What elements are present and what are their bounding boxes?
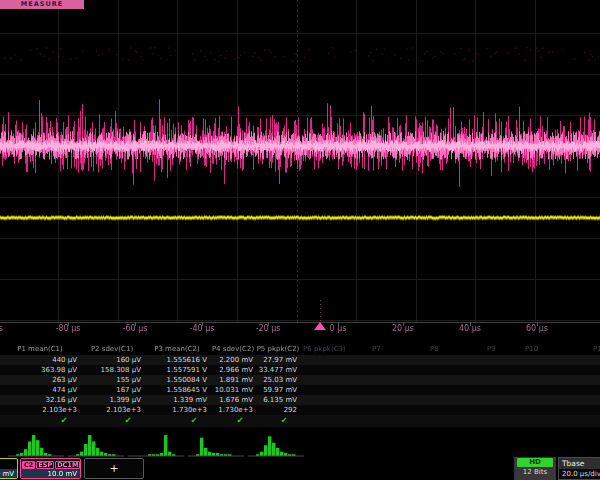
measurement-value: 2.103e+3 bbox=[0, 405, 80, 415]
measurement-header-dim[interactable]: P9 bbox=[487, 343, 496, 355]
active-menu-badge[interactable]: MEASURE bbox=[0, 0, 84, 9]
channel-c1-descriptor[interactable]: C1 DC1M 0 mV bbox=[0, 458, 18, 479]
add-trace-button[interactable]: + bbox=[84, 458, 144, 479]
measurement-header-dim[interactable]: P8 bbox=[430, 343, 439, 355]
measurement-header-p2[interactable]: P2 sdev(C1) bbox=[80, 343, 144, 355]
measurement-status-check: ✔ bbox=[237, 415, 244, 427]
time-axis-label: 0 µs bbox=[330, 324, 347, 333]
measurement-value: 1.557591 V bbox=[144, 365, 210, 375]
time-axis-label: -100 µs bbox=[0, 324, 3, 333]
measurement-value: 1.555616 V bbox=[144, 355, 210, 365]
time-axis-label: -20 µs bbox=[256, 324, 281, 333]
measurement-value: 263 µV bbox=[0, 375, 80, 385]
measurement-header-dim[interactable]: P10 bbox=[525, 343, 538, 355]
measurement-value: 1.676 mV bbox=[210, 395, 256, 405]
measurement-value: 1.339 mV bbox=[144, 395, 210, 405]
tbase-label: Tbase bbox=[559, 458, 600, 469]
measurement-value: 10.031 mV bbox=[210, 385, 256, 395]
measurement-value: 32.16 µV bbox=[0, 395, 80, 405]
c2-dc1m-badge: DC1M bbox=[55, 461, 80, 469]
measurement-header-row: P1 mean(C1)P2 sdev(C1)P3 mean(C2)P4 sdev… bbox=[0, 343, 600, 355]
measurement-value: 25.03 mV bbox=[256, 375, 300, 385]
measurement-value: 2.103e+3 bbox=[80, 405, 144, 415]
measurement-header-dim[interactable]: P6 pkpk(C3) bbox=[303, 343, 346, 355]
measurement-row: 263 µV155 µV1.550084 V1.891 mV25.03 mV bbox=[0, 375, 600, 385]
measurement-row: 363.98 µV158.308 µV1.557591 V2.966 mV33.… bbox=[0, 365, 600, 375]
measurement-value: 2.966 mV bbox=[210, 365, 256, 375]
measurement-status-check: ✔ bbox=[125, 415, 132, 427]
c2-label: C2 bbox=[22, 461, 35, 469]
measurement-value: 27.97 mV bbox=[256, 355, 300, 365]
bits-label: 12 Bits bbox=[514, 467, 556, 478]
measurement-value: 167 µV bbox=[80, 385, 144, 395]
tbase-value: 20.0 µs/div bbox=[559, 469, 600, 480]
measurement-table: P1 mean(C1)P2 sdev(C1)P3 mean(C2)P4 sdev… bbox=[0, 343, 600, 427]
measurement-status-row: ✔✔✔✔✔ bbox=[0, 415, 600, 427]
measurement-value: 160 µV bbox=[80, 355, 144, 365]
measurement-value: 59.97 mV bbox=[256, 385, 300, 395]
measurement-header-p1[interactable]: P1 mean(C1) bbox=[0, 343, 80, 355]
measurement-value: 474 µV bbox=[0, 385, 80, 395]
measurement-header-dim[interactable]: P11 bbox=[593, 343, 600, 355]
measurement-value: 1.891 mV bbox=[210, 375, 256, 385]
hd-badge: HD bbox=[517, 458, 553, 467]
time-axis-label: 20 µs bbox=[392, 324, 414, 333]
measurement-row: 2.103e+32.103e+31.730e+31.730e+3292 bbox=[0, 405, 600, 415]
hd-resolution-panel[interactable]: HD 12 Bits bbox=[514, 457, 556, 480]
measurement-status-check: ✔ bbox=[61, 415, 68, 427]
measurement-value: 1.550084 V bbox=[144, 375, 210, 385]
measurement-value: 6.135 mV bbox=[256, 395, 300, 405]
measurement-value: 158.308 µV bbox=[80, 365, 144, 375]
measurement-header-p5[interactable]: P5 pkpk(C2) bbox=[256, 343, 300, 355]
time-axis-label: -60 µs bbox=[123, 324, 148, 333]
c1-scale-value: 0 mV bbox=[0, 469, 17, 479]
timebase-descriptor[interactable]: Tbase 20.0 µs/div bbox=[558, 457, 600, 480]
c2-scale-value: 10.0 mV bbox=[21, 469, 80, 479]
measurement-status-check: ✔ bbox=[281, 415, 288, 427]
c2-esp-badge: ESP bbox=[36, 461, 54, 469]
oscilloscope-screen: MEASURE -100 µs-80 µs-60 µs-40 µs-20 µs0… bbox=[0, 0, 600, 480]
measurement-value: 1.558645 V bbox=[144, 385, 210, 395]
time-axis: -100 µs-80 µs-60 µs-40 µs-20 µs0 µs20 µs… bbox=[0, 324, 600, 336]
measurement-row: 474 µV167 µV1.558645 V10.031 mV59.97 mV bbox=[0, 385, 600, 395]
measurement-value: 33.477 mV bbox=[256, 365, 300, 375]
measurement-header-p3[interactable]: P3 mean(C2) bbox=[144, 343, 210, 355]
measurement-value: 155 µV bbox=[80, 375, 144, 385]
measurement-value: 2.200 mV bbox=[210, 355, 256, 365]
measurement-row: 32.16 µV1.399 µV1.339 mV1.676 mV6.135 mV bbox=[0, 395, 600, 405]
measurement-status-check: ✔ bbox=[191, 415, 198, 427]
measurement-value: 1.730e+3 bbox=[210, 405, 256, 415]
measurement-row: 440 µV160 µV1.555616 V2.200 mV27.97 mV bbox=[0, 355, 600, 365]
time-axis-label: 40 µs bbox=[459, 324, 481, 333]
measurement-value: 292 bbox=[256, 405, 300, 415]
time-axis-label: 60 µs bbox=[526, 324, 548, 333]
measurement-value: 440 µV bbox=[0, 355, 80, 365]
channel-c2-descriptor[interactable]: C2 ESPDC1M 10.0 mV bbox=[20, 458, 81, 479]
measurement-value: 1.399 µV bbox=[80, 395, 144, 405]
time-axis-label: -80 µs bbox=[56, 324, 81, 333]
time-axis-label: -40 µs bbox=[190, 324, 215, 333]
measurement-header-p4[interactable]: P4 sdev(C2) bbox=[210, 343, 256, 355]
measurement-value: 363.98 µV bbox=[0, 365, 80, 375]
measurement-value: 1.730e+3 bbox=[144, 405, 210, 415]
measurement-header-dim[interactable]: P7 bbox=[372, 343, 381, 355]
